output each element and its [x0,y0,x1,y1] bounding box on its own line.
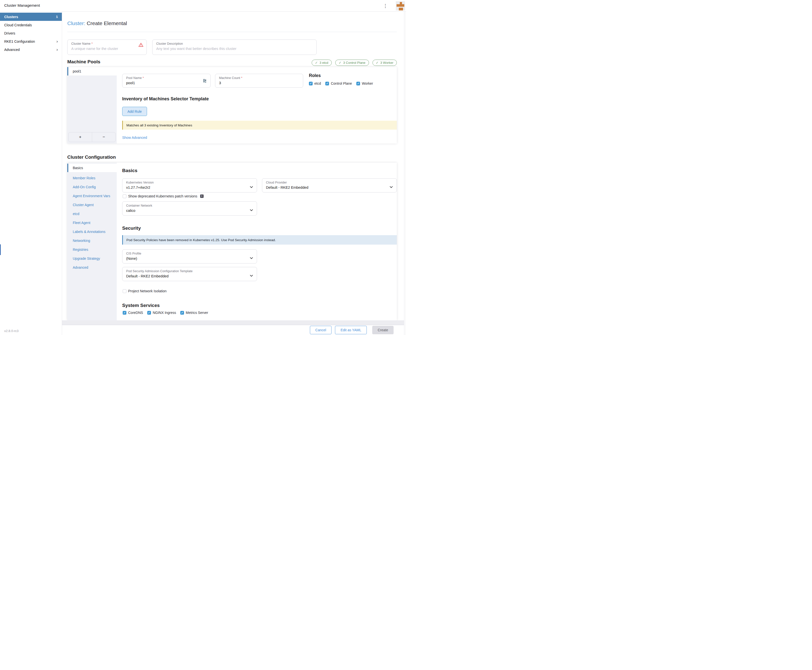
checkbox-unchecked-icon[interactable] [123,195,127,198]
psa-template-select[interactable]: Pod Security Admission Configuration Tem… [122,267,257,281]
pool-name-input[interactable] [126,81,207,85]
basics-heading: Basics [122,168,137,173]
sidebar-item-label: Clusters [4,15,18,19]
config-tab-fleet-agent[interactable]: Fleet Agent [67,218,117,227]
role-worker-checkbox[interactable]: Worker [356,81,373,85]
etcd-count-badge: ✓ 3 etcd [311,59,332,66]
remove-pool-button[interactable]: − [92,132,115,142]
sidebar: Clusters 1 Cloud Credentials Drivers RKE… [0,12,62,335]
cluster-description-input[interactable] [156,47,313,51]
sidebar-item-label: Drivers [4,31,15,35]
avatar-shape [397,4,404,7]
container-network-label: Container Network [126,204,253,207]
kubernetes-version-label: Kubernetes Version [126,181,253,184]
system-services-checkboxes: CoreDNS NGINX Ingress Metrics Server [123,311,208,315]
sidebar-item-cloud-credentials[interactable]: Cloud Credentials [0,21,62,29]
app-title: Cluster Management [4,3,40,8]
machine-pools-heading: Machine Pools [67,59,100,64]
sidebar-nav: Clusters 1 Cloud Credentials Drivers RKE… [0,12,62,54]
machine-count-label: Machine Count * [219,76,299,80]
checkbox-checked-icon[interactable] [325,82,329,85]
cluster-name-label: Cluster Name * [71,42,143,46]
psa-template-value: Default - RKE2 Embedded [126,274,253,278]
config-tab-cluster-agent[interactable]: Cluster Agent [67,200,117,209]
sidebar-item-drivers[interactable]: Drivers [0,29,62,37]
config-tab-etcd[interactable]: etcd [67,209,117,218]
config-tab-registries[interactable]: Registries [67,245,117,254]
config-tab-advanced[interactable]: Advanced [67,263,117,272]
required-mark: * [142,76,144,80]
chevron-down-icon [390,184,393,189]
cloud-provider-value: Default - RKE2 Embedded [266,186,393,189]
add-rule-button[interactable]: Add Rule [122,107,147,116]
role-control-plane-checkbox[interactable]: Control Plane [325,81,352,85]
role-count-badges: ✓ 3 etcd ✓ 3 Control Plane ✓ 3 Worker [311,59,397,66]
sidebar-item-label: Cloud Credentials [4,23,32,27]
sidebar-item-label: Advanced [4,48,20,52]
config-tabs-column: Basics Member Roles Add-On Config Agent … [67,162,117,320]
cloud-provider-select[interactable]: Cloud Provider Default - RKE2 Embedded [262,178,397,193]
pool-tab-pool1[interactable]: pool1 [67,67,117,76]
checkbox-checked-icon[interactable] [356,82,360,85]
scrollbar[interactable] [404,12,406,335]
checkbox-checked-icon[interactable] [147,311,151,315]
machine-count-input[interactable] [219,81,299,85]
config-tab-networking[interactable]: Networking [67,236,117,245]
checkbox-checked-icon[interactable] [123,311,127,315]
config-tab-upgrade-strategy[interactable]: Upgrade Strategy [67,254,117,263]
config-tab-labels-annotations[interactable]: Labels & Annotations [67,227,117,236]
info-icon[interactable]: i [200,195,204,198]
edge-indicator [0,244,1,255]
page-title: Cluster: Create Elemental [67,20,127,26]
cloud-provider-label: Cloud Provider [266,181,393,184]
pool-tabs-column: pool1 + − [67,67,117,144]
kubernetes-version-select[interactable]: Kubernetes Version v1.27.7+rke2r2 [122,178,257,193]
kebab-menu-icon[interactable]: ⋮ [383,3,388,9]
pool-add-remove-controls: + − [68,132,116,142]
content-end-strip [62,320,406,325]
pool-name-field: Pool Name * [122,74,211,88]
security-heading: Security [122,225,141,231]
psa-template-label: Pod Security Admission Configuration Tem… [126,269,253,273]
role-etcd-checkbox[interactable]: etcd [309,81,321,85]
chevron-down-icon [250,208,253,212]
avatar-shape [399,8,403,10]
sidebar-item-clusters[interactable]: Clusters 1 [0,13,62,21]
sidebar-item-label: RKE1 Configuration [4,39,35,44]
check-icon: ✓ [339,61,342,64]
project-network-isolation-checkbox[interactable]: Project Network Isolation [123,289,167,293]
add-pool-button[interactable]: + [69,132,92,142]
cancel-button[interactable]: Cancel [310,326,332,334]
check-icon: ✓ [315,61,318,64]
create-button[interactable]: Create [372,326,394,334]
show-deprecated-checkbox[interactable]: Show deprecated Kubernetes patch version… [123,194,204,198]
container-network-select[interactable]: Container Network calico [122,201,257,216]
checkbox-checked-icon[interactable] [309,82,313,85]
randomize-name-icon[interactable] [204,79,206,84]
chevron-right-icon: › [56,39,58,44]
chevron-right-icon: › [56,47,58,52]
sidebar-item-advanced[interactable]: Advanced › [0,46,62,54]
config-tab-basics[interactable]: Basics [67,164,117,172]
checkbox-unchecked-icon[interactable] [123,289,127,293]
version-label: v2.8.0-rc3 [4,329,19,333]
coredns-checkbox[interactable]: CoreDNS [123,311,143,315]
cis-profile-select[interactable]: CIS Profile (None) [122,249,257,264]
config-tab-member-roles[interactable]: Member Roles [67,174,117,183]
warning-icon [138,42,144,48]
config-tab-add-on-config[interactable]: Add-On Config [67,183,117,191]
cis-profile-label: CIS Profile [126,252,253,255]
config-tab-agent-environment-vars[interactable]: Agent Environment Vars [67,191,117,200]
required-mark: * [91,42,93,46]
machine-count-field: Machine Count * [215,74,303,88]
required-mark: * [241,76,242,80]
metrics-server-checkbox[interactable]: Metrics Server [180,311,208,315]
cluster-name-input[interactable] [71,47,143,51]
system-services-heading: System Services [122,303,160,308]
nginx-ingress-checkbox[interactable]: NGINX Ingress [147,311,176,315]
sidebar-item-rke1-configuration[interactable]: RKE1 Configuration › [0,37,62,46]
checkbox-checked-icon[interactable] [180,311,184,315]
edit-as-yaml-button[interactable]: Edit as YAML [335,326,367,334]
avatar[interactable] [396,1,405,10]
show-advanced-link[interactable]: Show Advanced [122,135,147,140]
